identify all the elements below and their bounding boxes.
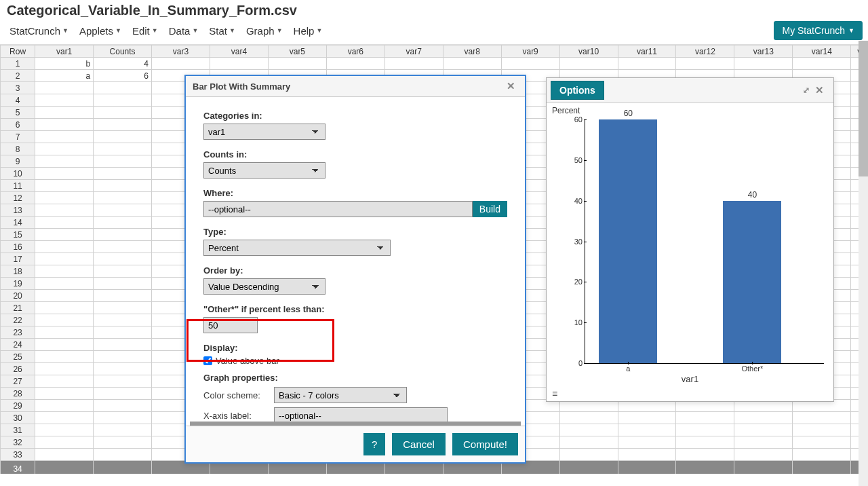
row-number[interactable]: 33 <box>1 449 35 461</box>
cell[interactable] <box>94 241 152 253</box>
cell[interactable] <box>35 192 94 204</box>
build-button[interactable]: Build <box>473 201 507 217</box>
cell[interactable] <box>35 363 94 375</box>
cell[interactable] <box>676 436 734 449</box>
cell[interactable] <box>94 119 152 131</box>
row-number[interactable]: 8 <box>1 143 35 155</box>
cell[interactable] <box>268 58 326 70</box>
cell[interactable] <box>559 424 618 436</box>
cell[interactable] <box>94 94 152 107</box>
row-number[interactable]: 10 <box>1 168 35 180</box>
cell[interactable] <box>94 351 152 363</box>
cell[interactable] <box>559 461 618 474</box>
cell[interactable] <box>35 400 94 412</box>
cell[interactable] <box>35 168 94 180</box>
cell[interactable] <box>559 412 618 424</box>
cell[interactable] <box>94 204 152 217</box>
cell[interactable] <box>94 265 152 278</box>
cell[interactable] <box>35 449 94 461</box>
cell[interactable] <box>676 461 734 474</box>
row-number[interactable]: 19 <box>1 278 35 290</box>
cell[interactable] <box>734 58 793 70</box>
cell[interactable] <box>35 180 94 192</box>
cell[interactable] <box>793 449 851 461</box>
cell[interactable] <box>35 241 94 253</box>
cell[interactable] <box>35 131 94 143</box>
cell[interactable]: 4 <box>94 58 152 70</box>
cell[interactable] <box>35 119 94 131</box>
cell[interactable]: b <box>35 58 94 70</box>
cell[interactable] <box>35 204 94 217</box>
column-header[interactable]: var9 <box>501 45 559 58</box>
cell[interactable] <box>35 461 94 474</box>
row-number[interactable]: 32 <box>1 436 35 449</box>
row-number[interactable]: 29 <box>1 400 35 412</box>
cell[interactable] <box>559 449 618 461</box>
row-number[interactable]: 17 <box>1 253 35 265</box>
row-number[interactable]: 22 <box>1 314 35 326</box>
cell[interactable]: a <box>35 70 94 82</box>
row-number[interactable]: 14 <box>1 217 35 229</box>
help-button[interactable]: ? <box>363 433 385 455</box>
row-number[interactable]: 4 <box>1 94 35 107</box>
categories-select[interactable]: var1 <box>203 124 326 140</box>
row-number[interactable]: 21 <box>1 302 35 314</box>
cell[interactable] <box>618 424 676 436</box>
column-header[interactable]: var6 <box>326 45 384 58</box>
cell[interactable] <box>618 58 676 70</box>
menu-applets[interactable]: Applets▼ <box>75 22 125 39</box>
menu-graph[interactable]: Graph▼ <box>242 22 287 39</box>
row-number[interactable]: 23 <box>1 326 35 339</box>
cell[interactable] <box>35 424 94 436</box>
cell[interactable] <box>384 58 443 70</box>
cell[interactable]: 6 <box>94 70 152 82</box>
row-number[interactable]: 18 <box>1 265 35 278</box>
hamburger-icon[interactable]: ≡ <box>552 388 557 399</box>
cell[interactable] <box>35 217 94 229</box>
column-header[interactable]: var14 <box>793 45 851 58</box>
cell[interactable] <box>35 107 94 119</box>
cell[interactable] <box>734 461 793 474</box>
row-number[interactable]: 16 <box>1 241 35 253</box>
cell[interactable] <box>35 253 94 265</box>
cell[interactable] <box>618 461 676 474</box>
column-header[interactable]: Counts <box>94 45 152 58</box>
cell[interactable] <box>35 94 94 107</box>
row-number[interactable]: 27 <box>1 375 35 388</box>
row-number[interactable]: 7 <box>1 131 35 143</box>
cell[interactable] <box>35 82 94 94</box>
cell[interactable] <box>676 449 734 461</box>
row-number[interactable]: 9 <box>1 155 35 168</box>
compute-button[interactable]: Compute! <box>452 433 518 455</box>
column-header[interactable]: var5 <box>268 45 326 58</box>
cell[interactable] <box>35 290 94 302</box>
cell[interactable] <box>94 375 152 388</box>
cell[interactable] <box>35 388 94 400</box>
options-button[interactable]: Options <box>551 81 604 100</box>
where-input[interactable] <box>203 201 473 217</box>
cell[interactable] <box>94 229 152 241</box>
menu-edit[interactable]: Edit▼ <box>128 22 162 39</box>
column-header[interactable]: var1 <box>35 45 94 58</box>
cell[interactable] <box>793 424 851 436</box>
cell[interactable] <box>443 58 501 70</box>
column-header[interactable]: var11 <box>618 45 676 58</box>
row-number[interactable]: 13 <box>1 204 35 217</box>
cell[interactable] <box>94 363 152 375</box>
cell[interactable] <box>94 168 152 180</box>
row-number[interactable]: 28 <box>1 388 35 400</box>
cell[interactable] <box>35 436 94 449</box>
cancel-button[interactable]: Cancel <box>392 433 446 455</box>
menu-data[interactable]: Data▼ <box>165 22 203 39</box>
row-number[interactable]: 31 <box>1 424 35 436</box>
cell[interactable] <box>676 58 734 70</box>
type-select[interactable]: Percent <box>203 240 391 256</box>
cell[interactable] <box>94 314 152 326</box>
options-title-bar[interactable]: Options ⤢ ✕ <box>547 78 833 103</box>
cell[interactable] <box>734 436 793 449</box>
cell[interactable] <box>793 461 851 474</box>
cell[interactable] <box>94 253 152 265</box>
cell[interactable] <box>94 131 152 143</box>
row-number[interactable]: 15 <box>1 229 35 241</box>
expand-icon[interactable]: ⤢ <box>800 86 812 95</box>
